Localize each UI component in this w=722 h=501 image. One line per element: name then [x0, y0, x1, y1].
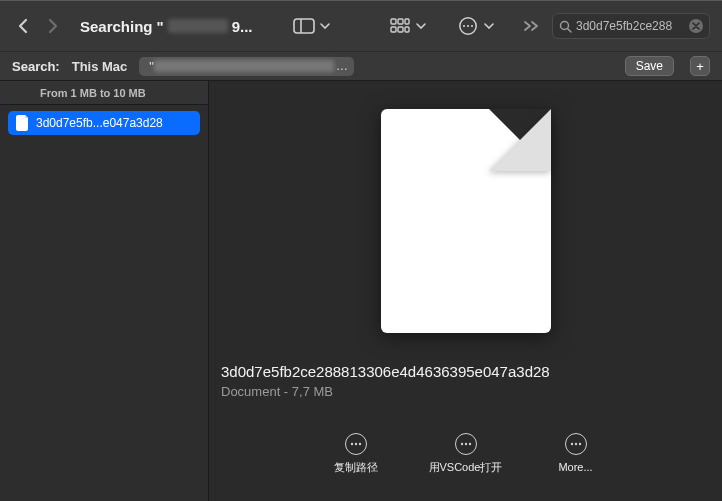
add-criteria-button[interactable]: +	[690, 56, 710, 76]
action-label: 用VSCode打开	[429, 461, 503, 474]
result-item-selected[interactable]: 3d0d7e5fb...e047a3d28	[8, 111, 200, 135]
forward-button[interactable]	[42, 15, 64, 37]
search-label: Search:	[12, 59, 60, 74]
scope-redacted	[154, 60, 334, 72]
svg-rect-3	[398, 19, 403, 24]
grid-icon	[387, 13, 413, 39]
action-menu[interactable]	[455, 13, 495, 39]
preview-size: 7,7 MB	[292, 384, 333, 399]
sidebar-toggle[interactable]	[291, 13, 331, 39]
action-open-vscode[interactable]: 用VSCode打开	[426, 433, 506, 501]
chevron-down-icon	[319, 13, 331, 39]
svg-point-15	[354, 443, 356, 445]
ellipsis-circle-icon	[455, 433, 477, 455]
preview-pane: 3d0d7e5fb2ce288813306e4d4636395e047a3d28…	[209, 81, 722, 501]
svg-point-22	[578, 443, 580, 445]
svg-rect-6	[398, 27, 403, 32]
svg-rect-4	[405, 19, 409, 24]
toolbar: Searching "9...	[0, 1, 722, 51]
svg-rect-7	[405, 27, 409, 32]
action-more[interactable]: More...	[536, 433, 616, 501]
title-suffix: 9...	[232, 18, 253, 35]
preview-kind: Document	[221, 384, 280, 399]
file-icon	[16, 115, 30, 131]
svg-line-13	[568, 28, 572, 32]
svg-point-10	[466, 25, 468, 27]
chevron-down-icon	[415, 13, 427, 39]
svg-point-16	[358, 443, 360, 445]
results-column: From 1 MB to 10 MB 3d0d7e5fb...e047a3d28	[0, 81, 209, 501]
content-area: From 1 MB to 10 MB 3d0d7e5fb...e047a3d28	[0, 81, 722, 501]
svg-point-9	[462, 25, 464, 27]
svg-rect-2	[391, 19, 396, 24]
sidebar-icon	[291, 13, 317, 39]
svg-rect-5	[391, 27, 396, 32]
action-label: More...	[558, 461, 592, 474]
finder-window: Searching "9...	[0, 0, 722, 501]
search-icon	[559, 20, 572, 33]
svg-point-17	[460, 443, 462, 445]
chevron-down-icon	[483, 13, 495, 39]
action-copy-path[interactable]: 复制路径	[316, 433, 396, 501]
svg-point-21	[574, 443, 576, 445]
svg-point-11	[470, 25, 472, 27]
view-mode-menu[interactable]	[387, 13, 427, 39]
title-prefix: Searching	[80, 18, 153, 35]
document-fold-icon	[489, 109, 551, 171]
window-title: Searching "9...	[80, 18, 253, 35]
preview-thumbnail[interactable]	[221, 99, 710, 363]
search-input[interactable]: 3d0d7e5fb2ce288	[552, 13, 710, 39]
svg-rect-0	[294, 19, 314, 33]
search-text: 3d0d7e5fb2ce288	[576, 19, 685, 33]
ellipsis-circle-icon	[565, 433, 587, 455]
preview-filename: 3d0d7e5fb2ce288813306e4d4636395e047a3d28	[221, 363, 710, 380]
save-search-button[interactable]: Save	[625, 56, 674, 76]
quick-actions: 复制路径 用VSCode打开 More...	[221, 433, 710, 501]
clear-search-button[interactable]	[689, 19, 703, 33]
preview-meta: Document - 7,7 MB	[221, 384, 710, 399]
action-label: 复制路径	[334, 461, 378, 474]
svg-point-20	[570, 443, 572, 445]
svg-point-14	[350, 443, 352, 445]
back-button[interactable]	[12, 15, 34, 37]
ellipsis-circle-icon	[455, 13, 481, 39]
ellipsis-icon: …	[336, 59, 348, 73]
results-group-header: From 1 MB to 10 MB	[0, 81, 208, 105]
svg-point-19	[468, 443, 470, 445]
result-item-label: 3d0d7e5fb...e047a3d28	[36, 116, 163, 130]
overflow-button[interactable]	[518, 13, 544, 39]
title-redacted	[168, 19, 228, 33]
ellipsis-circle-icon	[345, 433, 367, 455]
svg-point-18	[464, 443, 466, 445]
scope-current-folder[interactable]: " …	[139, 57, 354, 76]
scope-this-mac[interactable]: This Mac	[72, 59, 128, 74]
search-scope-bar: Search: This Mac " … Save +	[0, 51, 722, 81]
